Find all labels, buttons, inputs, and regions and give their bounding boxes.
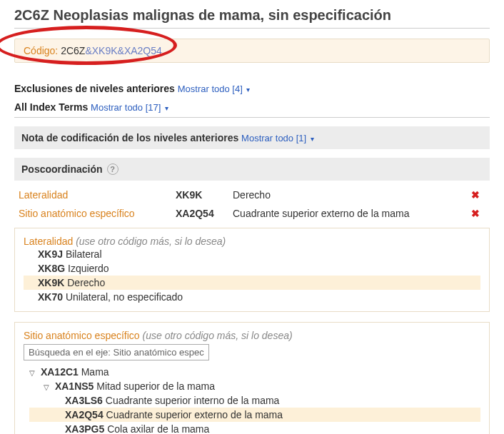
axis-label-site: Sitio anatómico específico — [19, 208, 176, 219]
chevron-down-icon — [245, 84, 250, 94]
postcoord-header: Poscoordinación ? — [14, 158, 490, 181]
lat-panel-title: Lateralidad — [24, 236, 73, 247]
help-icon[interactable]: ? — [107, 163, 119, 175]
lat-option[interactable]: XK70 Unilateral, no especificado — [24, 290, 480, 304]
tree-child[interactable]: ▽ XA1NS5 Mitad superior de la mama — [29, 379, 480, 393]
axis-desc-site: Cuadrante superior externo de la mama — [233, 208, 471, 219]
lat-option[interactable]: XK8G Izquierdo — [24, 261, 480, 276]
index-terms-label: All Index Terms — [14, 101, 88, 113]
tree-leaf[interactable]: XA2Q54 Cuadrante superior externo de la … — [29, 408, 480, 422]
sitio-panel: Sitio anatómico específico (use otro cód… — [14, 322, 490, 434]
coding-note-showall[interactable]: Mostrar todo [1] — [241, 133, 314, 143]
axis-desc-lat: Derecho — [233, 189, 471, 201]
postcoord-selection: Lateralidad XK9K Derecho ✖ Sitio anatómi… — [14, 181, 490, 228]
lateralidad-panel: Lateralidad (use otro código más, si lo … — [14, 228, 490, 312]
remove-lat-icon[interactable]: ✖ — [471, 189, 485, 201]
code-ext-1: XK9K — [92, 45, 118, 56]
tree-leaf[interactable]: XA3LS6 Cuadrante superior interno de la … — [29, 393, 480, 408]
site-tree: ▽ XA12C1 Mama ▽ XA1NS5 Mitad superior de… — [24, 365, 480, 434]
axis-code-site: XA2Q54 — [176, 208, 233, 219]
lat-option[interactable]: XK9J Bilateral — [24, 247, 480, 261]
remove-site-icon[interactable]: ✖ — [471, 208, 485, 219]
page-title: 2C6Z Neoplasias malignas de mama, sin es… — [14, 7, 490, 29]
toggle-icon[interactable]: ▽ — [44, 383, 52, 391]
site-panel-title: Sitio anatómico específico — [24, 330, 140, 341]
site-panel-hint: (use otro código más, si lo desea) — [143, 330, 293, 341]
exclusions-showall[interactable]: Mostrar todo [4] — [178, 84, 251, 94]
site-search-input[interactable] — [24, 344, 209, 360]
axis-label-lat: Lateralidad — [19, 189, 176, 201]
code-amp-2: & — [118, 45, 124, 56]
chevron-down-icon — [163, 102, 168, 113]
coding-note-banner: Nota de codificación de los niveles ante… — [14, 126, 490, 149]
index-terms-showall[interactable]: Mostrar todo [17] — [91, 102, 168, 113]
code-ext-2: XA2Q54 — [124, 45, 162, 56]
tree-root[interactable]: ▽ XA12C1 Mama — [29, 365, 480, 379]
code-box: Código: 2C6Z&XK9K&XA2Q54 — [14, 39, 490, 63]
exclusions-row: Exclusiones de niveles anteriores Mostra… — [14, 83, 490, 94]
exclusions-label: Exclusiones de niveles anteriores — [14, 83, 175, 94]
tree-leaf[interactable]: XA3PG5 Cola axilar de la mama — [29, 422, 480, 434]
axis-code-lat: XK9K — [176, 189, 233, 201]
chevron-down-icon — [309, 133, 314, 143]
index-terms-row: All Index Terms Mostrar todo [17] — [14, 101, 490, 118]
code-main: 2C6Z — [61, 45, 85, 56]
lat-panel-hint: (use otro código más, si lo desea) — [76, 236, 226, 247]
code-amp-1: & — [85, 45, 91, 56]
toggle-icon[interactable]: ▽ — [29, 369, 38, 377]
postcoord-title: Poscoordinación — [21, 163, 103, 175]
lat-option[interactable]: XK9K Derecho — [24, 276, 480, 290]
code-label: Código: — [24, 45, 58, 56]
coding-note-label: Nota de codificación de los niveles ante… — [21, 132, 238, 143]
